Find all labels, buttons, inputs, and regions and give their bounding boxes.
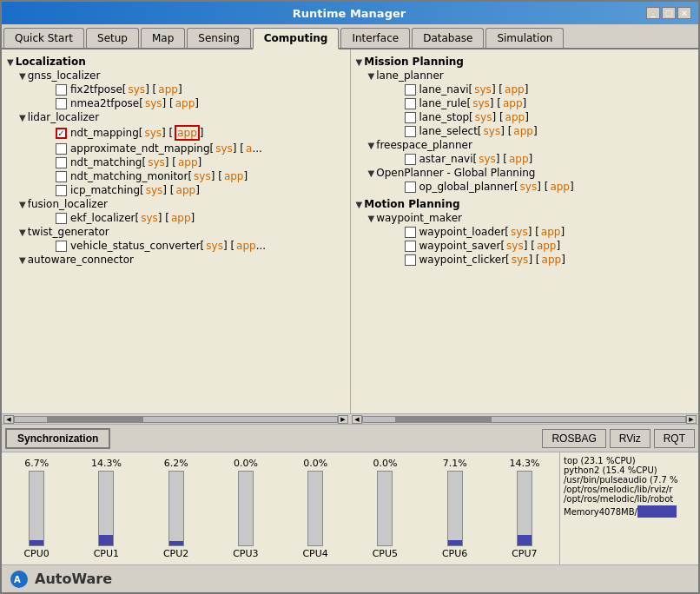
ndt-mapping-app[interactable]: app	[175, 125, 200, 141]
op-global-planner-app[interactable]: app	[550, 181, 570, 193]
cpu-percent-6: 7.1%	[443, 458, 467, 469]
nmea2tfpose-app[interactable]: app	[175, 97, 195, 109]
rosbag-button[interactable]: ROSBAG	[542, 429, 605, 448]
rviz-button[interactable]: RViz	[610, 429, 650, 448]
right-scroll-left[interactable]: ◀	[352, 415, 362, 424]
approx-ndt-sys[interactable]: sys	[215, 142, 233, 155]
waypoint-maker-arrow[interactable]: ▼	[368, 214, 375, 223]
main-window: Runtime Manager _ □ × Quick Start Setup …	[0, 0, 700, 594]
vehicle-status-converter-sys[interactable]: sys	[206, 240, 223, 252]
autoware-connector-arrow[interactable]: ▼	[19, 255, 26, 265]
motion-planning-section: ▼ Motion Planning	[356, 197, 694, 211]
waypoint-saver-sys[interactable]: sys	[506, 240, 524, 252]
lane-select-app[interactable]: app	[513, 125, 533, 137]
waypoint-loader-app[interactable]: app	[541, 226, 561, 238]
left-scroll-track[interactable]	[14, 416, 338, 423]
waypoint-clicker-app[interactable]: app	[542, 254, 562, 266]
fusion-arrow[interactable]: ▼	[19, 200, 26, 209]
tab-simulation[interactable]: Simulation	[485, 28, 564, 48]
vehicle-status-converter-checkbox[interactable]	[56, 241, 67, 252]
lane-rule-checkbox[interactable]	[405, 98, 416, 109]
cpu-bar-container-5	[377, 471, 393, 546]
lane-navi-sys[interactable]: sys	[474, 83, 492, 96]
astar-navi-checkbox[interactable]	[405, 154, 416, 165]
fix2tfpose-checkbox[interactable]	[56, 84, 67, 96]
minimize-button[interactable]: _	[646, 7, 660, 19]
icp-matching-app[interactable]: app	[176, 184, 196, 196]
lane-stop-sys[interactable]: sys	[475, 111, 492, 123]
waypoint-saver-app[interactable]: app	[537, 240, 557, 252]
tab-interface[interactable]: Interface	[340, 28, 410, 48]
nmea2tfpose-sys[interactable]: sys	[145, 97, 162, 109]
op-global-planner-checkbox[interactable]	[405, 182, 416, 193]
tab-computing[interactable]: Computing	[253, 28, 340, 50]
approx-ndt-checkbox[interactable]	[56, 143, 67, 155]
ekf-localizer-sys[interactable]: sys	[141, 212, 158, 224]
icp-matching-checkbox[interactable]	[56, 185, 67, 196]
right-scroll[interactable]: ◀ ▶	[350, 414, 698, 424]
fix2tfpose-app[interactable]: app	[158, 83, 178, 96]
twist-arrow[interactable]: ▼	[19, 228, 26, 237]
right-scroll-track[interactable]	[362, 416, 686, 423]
left-scroll-thumb[interactable]	[47, 417, 143, 422]
approx-ndt-app[interactable]: a	[246, 142, 252, 155]
left-scroll[interactable]: ◀ ▶	[2, 414, 350, 424]
cpu-bar-container-2	[168, 471, 184, 546]
waypoint-saver-checkbox[interactable]	[405, 241, 416, 252]
icp-matching-sys[interactable]: sys	[146, 184, 163, 196]
right-scroll-right[interactable]: ▶	[686, 415, 697, 424]
mission-planning-arrow[interactable]: ▼	[356, 57, 363, 67]
ekf-localizer-checkbox[interactable]	[56, 213, 67, 224]
lane-rule-app[interactable]: app	[503, 97, 523, 109]
op-global-planner-sys[interactable]: sys	[520, 181, 538, 193]
fix2tfpose-label: fix2tfpose	[70, 83, 122, 96]
lane-stop-app[interactable]: app	[505, 111, 525, 123]
left-scroll-left[interactable]: ◀	[3, 415, 14, 424]
lidar-arrow[interactable]: ▼	[19, 113, 26, 122]
lane-select-sys[interactable]: sys	[484, 125, 501, 137]
ekf-localizer-app[interactable]: app	[171, 212, 191, 224]
waypoint-clicker-checkbox[interactable]	[405, 254, 416, 266]
astar-navi-sys[interactable]: sys	[479, 153, 496, 165]
waypoint-saver-label: waypoint_saver	[419, 240, 501, 252]
lane-rule-sys[interactable]: sys	[472, 97, 490, 109]
right-scroll-thumb[interactable]	[395, 417, 492, 422]
ndt-matching-monitor-app[interactable]: app	[224, 170, 244, 182]
close-button[interactable]: ×	[677, 7, 691, 19]
ndt-matching-app[interactable]: app	[178, 156, 198, 168]
rqt-button[interactable]: RQT	[654, 429, 695, 448]
waypoint-loader-sys[interactable]: sys	[511, 226, 528, 238]
lane-navi-checkbox[interactable]	[405, 84, 416, 96]
left-scroll-right[interactable]: ▶	[338, 415, 348, 424]
ndt-matching-monitor-checkbox[interactable]	[56, 171, 67, 182]
cpu-col-3: 0.0%CPU3	[211, 456, 281, 561]
tab-setup[interactable]: Setup	[86, 28, 139, 48]
tab-map[interactable]: Map	[141, 28, 185, 48]
cpu-col-4: 0.0%CPU4	[281, 456, 350, 561]
tab-sensing[interactable]: Sensing	[187, 28, 250, 48]
tab-database[interactable]: Database	[412, 28, 484, 48]
lane-navi-app[interactable]: app	[505, 83, 525, 96]
maximize-button[interactable]: □	[662, 7, 676, 19]
ndt-matching-sys[interactable]: sys	[148, 156, 165, 168]
waypoint-clicker-sys[interactable]: sys	[512, 254, 529, 266]
freespace-planner-arrow[interactable]: ▼	[368, 141, 375, 150]
synchronization-button[interactable]: Synchronization	[5, 428, 110, 449]
tab-quick-start[interactable]: Quick Start	[3, 28, 84, 48]
ndt-mapping-checkbox[interactable]	[56, 128, 67, 139]
openplanner-global-arrow[interactable]: ▼	[368, 168, 375, 178]
gnss-arrow[interactable]: ▼	[19, 71, 26, 81]
lane-select-checkbox[interactable]	[405, 126, 416, 137]
fix2tfpose-sys[interactable]: sys	[129, 83, 146, 96]
waypoint-loader-checkbox[interactable]	[405, 227, 416, 238]
motion-planning-arrow[interactable]: ▼	[356, 200, 363, 209]
astar-navi-app[interactable]: app	[509, 153, 529, 165]
vehicle-status-converter-app[interactable]: app	[236, 240, 256, 252]
ndt-matching-monitor-sys[interactable]: sys	[194, 170, 211, 182]
lane-planner-arrow[interactable]: ▼	[368, 71, 375, 81]
localization-arrow[interactable]: ▼	[7, 57, 14, 67]
lane-stop-checkbox[interactable]	[405, 112, 416, 123]
ndt-mapping-sys[interactable]: sys	[144, 127, 162, 139]
ndt-matching-checkbox[interactable]	[56, 157, 67, 168]
nmea2tfpose-checkbox[interactable]	[56, 98, 67, 109]
